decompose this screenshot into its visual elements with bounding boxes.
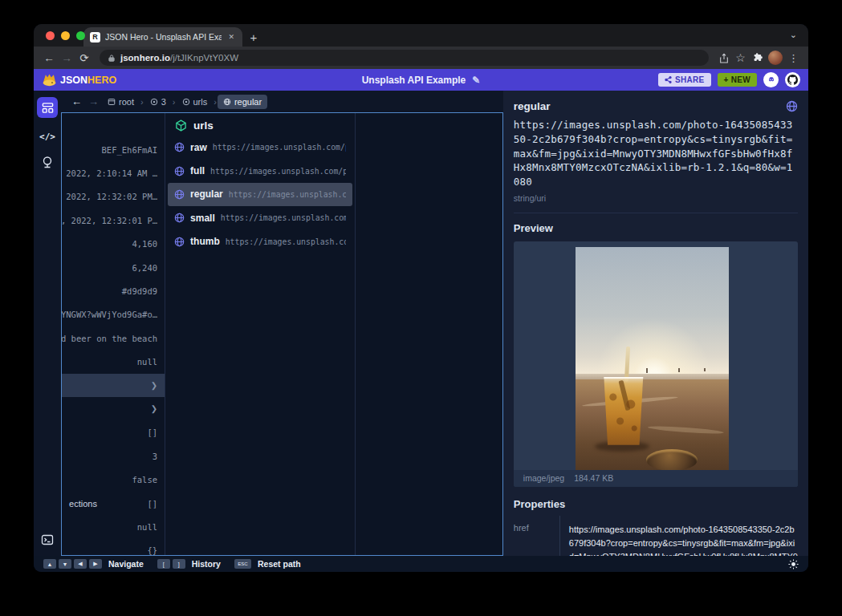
- profile-avatar[interactable]: [768, 51, 783, 65]
- escape-key-icon: ESC: [234, 559, 251, 569]
- json-row[interactable]: []: [62, 421, 165, 444]
- history-back-icon[interactable]: ←: [71, 95, 82, 107]
- history-label: History: [192, 559, 221, 569]
- theme-toggle-button[interactable]: [788, 559, 799, 569]
- json-value-preview: https://images.unsplash.com…: [229, 190, 346, 199]
- json-key: full: [190, 165, 205, 176]
- github-button[interactable]: [785, 72, 800, 87]
- zoom-window-button[interactable]: [76, 31, 85, 40]
- url-path: /j/tJIKnpVtY0XW: [170, 53, 238, 63]
- json-row[interactable]: false: [62, 468, 165, 491]
- close-window-button[interactable]: [46, 31, 55, 40]
- navigate-label: Navigate: [108, 559, 144, 569]
- json-row[interactable]: old beer on the beach: [62, 326, 165, 350]
- json-row[interactable]: 1, 2022, 12:32:01 P…: [62, 209, 165, 232]
- property-key: href: [514, 516, 559, 556]
- json-row[interactable]: ❯: [62, 397, 165, 420]
- tree-icon: [41, 156, 54, 168]
- chevron-right-icon: ❯: [151, 404, 157, 413]
- photo-person-silhouette: [678, 368, 680, 372]
- url-row-thumb[interactable]: thumbhttps://images.unsplash.com/…: [168, 230, 352, 253]
- breadcrumb-separator: ›: [214, 97, 217, 107]
- json-value: []: [147, 499, 157, 509]
- json-row[interactable]: null: [62, 351, 165, 374]
- property-row: hrefhttps://images.unsplash.com/photo-16…: [514, 516, 798, 556]
- edit-title-icon[interactable]: ✎: [472, 75, 480, 86]
- json-row[interactable]: 7jYNGWX?wWVjYod9Ga#o…: [62, 303, 165, 326]
- column-view: BEF_Eh6FmAI0, 2022, 2:10:14 AM …1, 2022,…: [61, 112, 503, 556]
- new-tab-button[interactable]: +: [242, 27, 265, 47]
- breadcrumb-item-root[interactable]: root: [102, 95, 140, 109]
- share-page-icon[interactable]: [715, 53, 732, 63]
- address-bar[interactable]: jsonhero.io/j/tJIKnpVtY0XW: [100, 50, 709, 66]
- object-icon: [150, 98, 158, 106]
- hedgehog-logo-icon: [42, 73, 57, 87]
- browser-menu-icon[interactable]: ⋮: [785, 52, 802, 64]
- json-key: small: [190, 213, 215, 224]
- json-value: 1, 2022, 12:32:01 P…: [62, 216, 157, 225]
- json-value-preview: https://images.unsplash.com/p…: [221, 213, 346, 222]
- terminal-icon: [41, 533, 54, 546]
- reload-button[interactable]: ⟳: [75, 51, 93, 64]
- json-key: regular: [190, 188, 223, 200]
- breadcrumb-item-regular[interactable]: regular: [218, 95, 267, 109]
- new-document-button[interactable]: + NEW: [718, 73, 757, 87]
- breadcrumb-separator: ›: [140, 97, 144, 107]
- history-forward-icon[interactable]: →: [88, 95, 99, 107]
- browser-window: R JSON Hero - Unsplash API Exa ✕ + ⌄ ← →…: [34, 24, 808, 572]
- discord-button[interactable]: [763, 72, 779, 87]
- json-row[interactable]: null: [62, 515, 165, 538]
- url-row-regular[interactable]: regularhttps://images.unsplash.com…: [168, 183, 352, 206]
- tree-view-tab[interactable]: [41, 156, 54, 168]
- back-button[interactable]: ←: [40, 52, 58, 64]
- url-row-raw[interactable]: rawhttps://images.unsplash.com/ph…: [168, 136, 352, 159]
- browser-toolbar: ← → ⟳ jsonhero.io/j/tJIKnpVtY0XW ☆ ⋮: [34, 47, 808, 69]
- breadcrumb-item-urls[interactable]: urls: [177, 95, 214, 109]
- discord-icon: [767, 75, 776, 85]
- navigate-key-icons: ▲▼◀▶: [43, 559, 102, 569]
- json-row[interactable]: 0, 2022, 2:10:14 AM …: [62, 161, 165, 184]
- json-view-tab[interactable]: </>: [39, 132, 55, 142]
- json-row[interactable]: 1, 2022, 12:32:02 PM…: [62, 185, 165, 209]
- forward-button[interactable]: →: [58, 52, 75, 64]
- url-row-small[interactable]: smallhttps://images.unsplash.com/p…: [168, 206, 352, 229]
- property-value[interactable]: https://images.unsplash.com/photo-164350…: [559, 516, 798, 556]
- extensions-puzzle-icon[interactable]: [749, 52, 766, 63]
- column-title: urls: [193, 120, 214, 132]
- json-value: 4,160: [132, 239, 157, 249]
- json-row[interactable]: #d9d9d9: [62, 279, 165, 302]
- json-row[interactable]: ❯: [62, 374, 165, 397]
- browser-tab[interactable]: R JSON Hero - Unsplash API Exa ✕: [83, 27, 242, 47]
- value-text[interactable]: https://images.unsplash.com/photo-164350…: [514, 118, 798, 189]
- breadcrumb: ← → root › 3 › urls ›: [61, 91, 503, 112]
- breadcrumb-item-3[interactable]: 3: [144, 95, 172, 109]
- json-row[interactable]: 3: [62, 444, 165, 468]
- url-row-full[interactable]: fullhttps://images.unsplash.com/ph…: [168, 159, 352, 182]
- close-tab-icon[interactable]: ✕: [226, 33, 236, 41]
- url-host: jsonhero.io: [120, 53, 170, 63]
- jsonhero-logo[interactable]: JSONHERO: [42, 73, 116, 87]
- chevron-down-icon[interactable]: ⌄: [790, 30, 797, 40]
- navigator-region: ← → root › 3 › urls ›: [61, 91, 503, 556]
- share-button[interactable]: SHARE: [658, 73, 711, 87]
- view-sidebar: </>: [34, 91, 61, 556]
- json-row[interactable]: 6,240: [62, 256, 165, 279]
- photo-person-silhouette: [704, 368, 706, 371]
- preview-image[interactable]: [576, 247, 729, 474]
- bracket-key-icon: ]: [173, 559, 185, 569]
- json-row[interactable]: ections[]: [62, 492, 165, 515]
- json-row[interactable]: {}: [62, 539, 165, 555]
- bookmark-star-icon[interactable]: ☆: [732, 51, 749, 64]
- json-row[interactable]: 4,160: [62, 233, 165, 256]
- sun-icon: [788, 559, 799, 569]
- globe-icon: [174, 142, 185, 152]
- column-view-tab[interactable]: [37, 97, 58, 118]
- terminal-button[interactable]: [41, 533, 54, 546]
- json-row[interactable]: BEF_Eh6FmAI: [62, 138, 165, 161]
- json-value: old beer on the beach: [62, 334, 157, 343]
- preview-meta-bar: image/jpeg 184.47 KB: [514, 470, 798, 487]
- json-value: {}: [147, 545, 157, 555]
- photo-person-silhouette: [646, 368, 648, 373]
- minimize-window-button[interactable]: [61, 31, 70, 40]
- logo-text: JSONHERO: [60, 75, 116, 86]
